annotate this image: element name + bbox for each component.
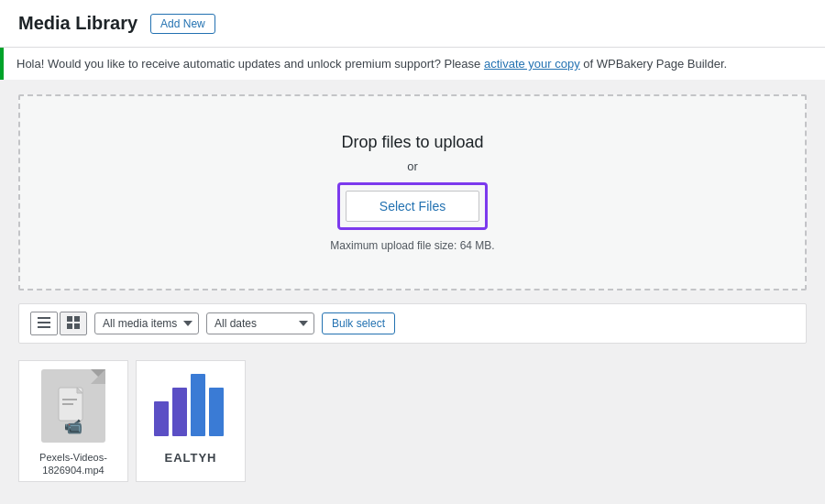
svg-rect-3 <box>67 316 72 322</box>
grid-view-icon <box>67 318 80 332</box>
page-header: Media Library Add New <box>0 0 825 48</box>
media-filename: Pexels-Videos-1826904.mp4 <box>39 451 107 477</box>
list-view-button[interactable] <box>30 312 58 335</box>
svg-rect-13 <box>191 374 205 436</box>
svg-rect-10 <box>62 403 73 405</box>
svg-rect-4 <box>74 316 80 322</box>
media-thumbnail-realtyn <box>140 365 241 447</box>
media-grid: 📹 Pexels-Videos-1826904.mp4 <box>18 356 807 486</box>
svg-rect-2 <box>38 326 50 328</box>
bulk-select-button[interactable]: Bulk select <box>322 312 395 334</box>
svg-rect-6 <box>74 323 80 329</box>
svg-rect-5 <box>67 323 72 329</box>
media-filename: EALTYН <box>164 451 216 466</box>
media-toolbar: All media items Images Audio Video All d… <box>18 303 807 344</box>
svg-rect-14 <box>209 388 224 436</box>
media-thumbnail-video: 📹 <box>23 365 124 447</box>
media-type-filter[interactable]: All media items Images Audio Video <box>94 312 199 334</box>
drop-files-text: Drop files to upload <box>341 133 483 152</box>
view-toggle <box>30 312 87 335</box>
list-item[interactable]: EALTYН <box>136 360 246 482</box>
notice-bar: Hola! Would you like to receive automati… <box>0 48 825 80</box>
add-new-button[interactable]: Add New <box>150 14 215 34</box>
select-files-wrapper: Select Files <box>337 182 488 230</box>
notice-text-after: of WPBakery Page Builder. <box>580 57 727 71</box>
realtyn-chart-icon <box>149 369 232 443</box>
notice-text-before: Hola! Would you like to receive automati… <box>16 57 484 71</box>
list-view-icon <box>38 317 50 331</box>
select-files-button[interactable]: Select Files <box>346 191 479 222</box>
upload-drop-zone[interactable]: Drop files to upload or Select Files Max… <box>18 94 807 290</box>
svg-rect-12 <box>172 388 187 436</box>
page-title: Media Library <box>18 13 138 34</box>
date-filter[interactable]: All dates 2024 January 2023 December <box>206 312 314 334</box>
list-item[interactable]: 📹 Pexels-Videos-1826904.mp4 <box>18 360 128 482</box>
main-content: Drop files to upload or Select Files Max… <box>0 80 825 500</box>
svg-rect-0 <box>38 317 50 319</box>
video-camera-icon: 📹 <box>64 418 82 435</box>
svg-rect-11 <box>154 401 169 436</box>
svg-rect-1 <box>38 322 50 323</box>
grid-view-button[interactable] <box>60 312 87 335</box>
svg-rect-9 <box>62 399 77 400</box>
upload-limit-text: Maximum upload file size: 64 MB. <box>330 239 494 252</box>
activate-link[interactable]: activate your copy <box>484 57 580 71</box>
or-text: or <box>407 159 418 173</box>
realtyn-logo-thumb <box>140 365 241 447</box>
